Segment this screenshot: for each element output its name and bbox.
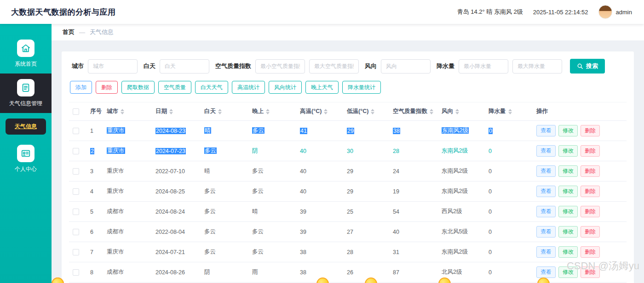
edit-button[interactable]: 修改: [558, 165, 578, 177]
row-checkbox[interactable]: [73, 188, 79, 195]
edit-button[interactable]: 修改: [558, 266, 578, 278]
row-checkbox[interactable]: [73, 148, 79, 154]
breadcrumb-home[interactable]: 首页: [63, 28, 75, 36]
aqi-min-input[interactable]: [255, 59, 305, 74]
delete-button[interactable]: 删除: [581, 206, 600, 217]
table-row[interactable]: 3重庆市2022-07-10晴多云402924东南风2级0查看修改删除: [69, 161, 627, 181]
edit-button[interactable]: 修改: [558, 246, 578, 258]
select-all-checkbox[interactable]: [73, 108, 79, 115]
search-button-label: 搜索: [586, 62, 598, 70]
delete-button[interactable]: 删除: [581, 165, 600, 177]
view-button[interactable]: 查看: [536, 246, 556, 258]
view-button[interactable]: 查看: [536, 145, 556, 157]
delete-button[interactable]: 删除: [581, 145, 600, 157]
cell-actions: 查看修改删除: [533, 181, 627, 202]
toolbar-button-2[interactable]: 爬取数据: [121, 81, 155, 94]
column-header-aqi[interactable]: 空气质量指数: [389, 102, 438, 121]
aqi-max-input[interactable]: [309, 59, 359, 74]
toolbar-button-1[interactable]: 删除: [96, 81, 118, 94]
row-checkbox[interactable]: [73, 128, 79, 134]
column-header-high[interactable]: 高温(°C): [296, 102, 343, 121]
sort-carets-icon[interactable]: [508, 109, 512, 114]
view-button[interactable]: 查看: [536, 165, 556, 177]
datetime: 2025-11-05 22:14:52: [533, 9, 588, 16]
view-button[interactable]: 查看: [536, 125, 556, 136]
toolbar-button-4[interactable]: 白天天气: [195, 81, 228, 94]
column-header-precip[interactable]: 降水量: [485, 102, 533, 121]
delete-button[interactable]: 删除: [581, 125, 600, 136]
cell-precip: 0: [485, 202, 533, 222]
edit-button[interactable]: 修改: [558, 186, 578, 197]
cell-date: 2024-08-24: [152, 202, 201, 222]
wind-input[interactable]: [381, 59, 431, 74]
toolbar-button-8[interactable]: 降水量统计: [342, 81, 381, 94]
column-header-wind[interactable]: 风向: [438, 102, 485, 121]
toolbar-button-3[interactable]: 空气质量: [158, 81, 191, 94]
row-checkbox[interactable]: [73, 229, 79, 235]
cell-high: 40: [296, 161, 343, 181]
sort-carets-icon[interactable]: [121, 109, 124, 114]
edit-button[interactable]: 修改: [558, 206, 578, 217]
weather-summary: 青岛 14.2° 晴 东南风 2级: [457, 8, 523, 16]
sidebar-item-home[interactable]: 系统首页: [0, 34, 52, 74]
cell-actions: 查看修改删除: [533, 222, 627, 242]
breadcrumb: 首页 — 天气信息: [52, 24, 644, 40]
edit-button[interactable]: 修改: [558, 145, 578, 157]
toolbar-button-0[interactable]: 添加: [70, 81, 92, 94]
edit-button[interactable]: 修改: [558, 226, 578, 238]
cell-aqi: 28: [389, 141, 438, 161]
toolbar-button-7[interactable]: 晚上天气: [305, 81, 339, 94]
delete-button[interactable]: 删除: [581, 226, 600, 238]
table-row[interactable]: 6成都市2022-08-04多云多云392740东北风5级0查看修改删除: [69, 222, 627, 242]
row-checkbox[interactable]: [73, 209, 79, 215]
row-checkbox[interactable]: [73, 168, 79, 175]
delete-button[interactable]: 删除: [581, 266, 600, 278]
precip-max-input[interactable]: [512, 59, 562, 74]
city-input[interactable]: [88, 59, 138, 74]
toolbar-button-6[interactable]: 风向统计: [269, 81, 302, 94]
row-checkbox[interactable]: [73, 269, 79, 276]
day-filter-label: 白天: [144, 62, 155, 70]
precip-min-input[interactable]: [459, 59, 508, 74]
day-input[interactable]: [160, 59, 209, 74]
table-row[interactable]: 2重庆市2024-07-23多云阴403028东南风2级0查看修改删除: [69, 141, 627, 161]
sort-carets-icon[interactable]: [430, 109, 433, 114]
view-button[interactable]: 查看: [536, 266, 556, 278]
toolbar-button-5[interactable]: 高温统计: [232, 81, 265, 94]
search-button[interactable]: 搜索: [570, 59, 605, 74]
sort-carets-icon[interactable]: [324, 109, 328, 114]
sort-carets-icon[interactable]: [455, 109, 459, 114]
sort-carets-icon[interactable]: [218, 109, 222, 114]
cell-aqi: 38: [389, 121, 438, 141]
column-header-city[interactable]: 城市: [103, 102, 152, 121]
column-header-night[interactable]: 晚上: [248, 102, 296, 121]
table-row[interactable]: 4重庆市2024-08-25多云多云402919东南风2级0查看修改删除: [69, 181, 627, 202]
view-button[interactable]: 查看: [536, 186, 556, 197]
column-header-day[interactable]: 白天: [201, 102, 248, 121]
column-header-date[interactable]: 日期: [152, 102, 201, 121]
user-menu[interactable]: admin: [598, 5, 632, 19]
avatar[interactable]: [598, 5, 612, 19]
table-row[interactable]: 5成都市2024-08-24多云晴392554西风2级0查看修改删除: [69, 202, 627, 222]
cell-aqi: 19: [389, 181, 438, 202]
edit-button[interactable]: 修改: [558, 125, 578, 136]
sort-carets-icon[interactable]: [169, 109, 173, 114]
cell-low: 29: [343, 161, 389, 181]
view-button[interactable]: 查看: [536, 206, 556, 217]
sidebar-item-weather-mgmt[interactable]: 天气信息管理: [0, 74, 52, 113]
table-row[interactable]: 1重庆市2024-08-23晴多云412938东南风2级0查看修改删除: [69, 121, 627, 141]
row-checkbox[interactable]: [73, 249, 79, 255]
cell-precip: 0: [485, 181, 533, 202]
table-row[interactable]: 7重庆市2024-07-21多云多云382831东南风2级0查看修改删除: [69, 242, 627, 262]
sidebar-item-profile[interactable]: 个人中心: [0, 139, 52, 179]
delete-button[interactable]: 删除: [581, 186, 600, 197]
sort-carets-icon[interactable]: [371, 109, 374, 114]
view-button[interactable]: 查看: [536, 226, 556, 238]
column-header-low[interactable]: 低温(°C): [343, 102, 389, 121]
sort-carets-icon[interactable]: [266, 109, 270, 114]
delete-button[interactable]: 删除: [581, 246, 600, 258]
precip-filter-label: 降水量: [437, 62, 454, 70]
cell-date: 2024-07-21: [152, 242, 201, 262]
sidebar-item-weather-info[interactable]: 天气信息: [6, 119, 46, 135]
cell-high: 41: [296, 121, 343, 141]
